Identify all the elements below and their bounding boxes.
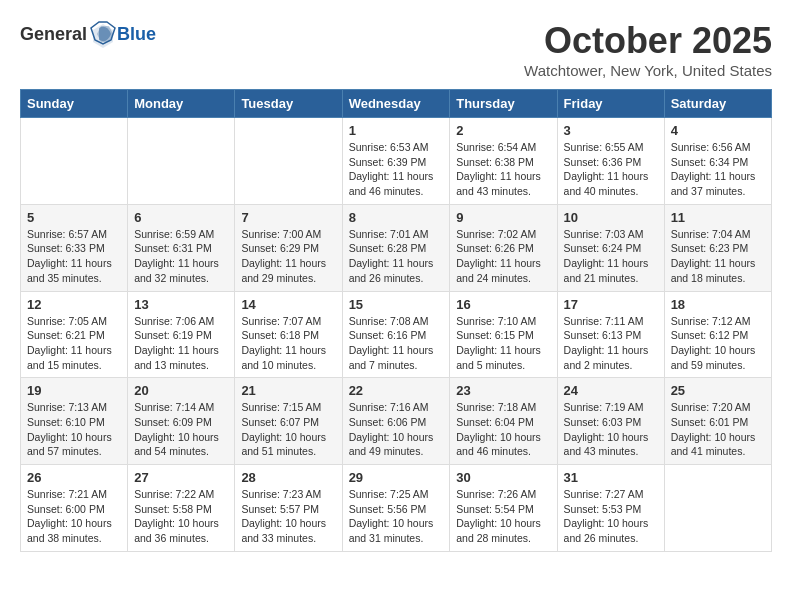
day-number: 13: [134, 297, 228, 312]
day-info: Sunrise: 7:21 AM Sunset: 6:00 PM Dayligh…: [27, 487, 121, 546]
day-number: 16: [456, 297, 550, 312]
calendar-cell: 4Sunrise: 6:56 AM Sunset: 6:34 PM Daylig…: [664, 118, 771, 205]
calendar-cell: 20Sunrise: 7:14 AM Sunset: 6:09 PM Dayli…: [128, 378, 235, 465]
day-number: 3: [564, 123, 658, 138]
calendar-cell: 13Sunrise: 7:06 AM Sunset: 6:19 PM Dayli…: [128, 291, 235, 378]
day-info: Sunrise: 7:06 AM Sunset: 6:19 PM Dayligh…: [134, 314, 228, 373]
day-info: Sunrise: 7:03 AM Sunset: 6:24 PM Dayligh…: [564, 227, 658, 286]
logo-general-text: General: [20, 24, 87, 45]
calendar-week-row: 19Sunrise: 7:13 AM Sunset: 6:10 PM Dayli…: [21, 378, 772, 465]
day-info: Sunrise: 7:22 AM Sunset: 5:58 PM Dayligh…: [134, 487, 228, 546]
calendar-cell: 31Sunrise: 7:27 AM Sunset: 5:53 PM Dayli…: [557, 465, 664, 552]
calendar-week-row: 12Sunrise: 7:05 AM Sunset: 6:21 PM Dayli…: [21, 291, 772, 378]
day-info: Sunrise: 7:26 AM Sunset: 5:54 PM Dayligh…: [456, 487, 550, 546]
calendar-cell: 5Sunrise: 6:57 AM Sunset: 6:33 PM Daylig…: [21, 204, 128, 291]
calendar-cell: 1Sunrise: 6:53 AM Sunset: 6:39 PM Daylig…: [342, 118, 450, 205]
day-info: Sunrise: 7:23 AM Sunset: 5:57 PM Dayligh…: [241, 487, 335, 546]
day-number: 20: [134, 383, 228, 398]
weekday-header-monday: Monday: [128, 90, 235, 118]
day-info: Sunrise: 6:54 AM Sunset: 6:38 PM Dayligh…: [456, 140, 550, 199]
day-info: Sunrise: 6:53 AM Sunset: 6:39 PM Dayligh…: [349, 140, 444, 199]
day-number: 7: [241, 210, 335, 225]
calendar-cell: 9Sunrise: 7:02 AM Sunset: 6:26 PM Daylig…: [450, 204, 557, 291]
calendar-cell: 6Sunrise: 6:59 AM Sunset: 6:31 PM Daylig…: [128, 204, 235, 291]
day-number: 17: [564, 297, 658, 312]
day-info: Sunrise: 7:04 AM Sunset: 6:23 PM Dayligh…: [671, 227, 765, 286]
calendar-cell: 28Sunrise: 7:23 AM Sunset: 5:57 PM Dayli…: [235, 465, 342, 552]
logo-blue-text: Blue: [117, 24, 156, 45]
day-info: Sunrise: 7:20 AM Sunset: 6:01 PM Dayligh…: [671, 400, 765, 459]
day-number: 30: [456, 470, 550, 485]
day-number: 18: [671, 297, 765, 312]
logo-icon: [89, 20, 117, 48]
weekday-header-friday: Friday: [557, 90, 664, 118]
calendar-cell: 17Sunrise: 7:11 AM Sunset: 6:13 PM Dayli…: [557, 291, 664, 378]
day-number: 28: [241, 470, 335, 485]
weekday-header-thursday: Thursday: [450, 90, 557, 118]
calendar-cell: 16Sunrise: 7:10 AM Sunset: 6:15 PM Dayli…: [450, 291, 557, 378]
day-number: 22: [349, 383, 444, 398]
day-info: Sunrise: 7:05 AM Sunset: 6:21 PM Dayligh…: [27, 314, 121, 373]
day-info: Sunrise: 7:11 AM Sunset: 6:13 PM Dayligh…: [564, 314, 658, 373]
day-info: Sunrise: 7:12 AM Sunset: 6:12 PM Dayligh…: [671, 314, 765, 373]
calendar-cell: 25Sunrise: 7:20 AM Sunset: 6:01 PM Dayli…: [664, 378, 771, 465]
calendar-cell: [235, 118, 342, 205]
day-info: Sunrise: 7:00 AM Sunset: 6:29 PM Dayligh…: [241, 227, 335, 286]
calendar-week-row: 5Sunrise: 6:57 AM Sunset: 6:33 PM Daylig…: [21, 204, 772, 291]
day-info: Sunrise: 7:25 AM Sunset: 5:56 PM Dayligh…: [349, 487, 444, 546]
day-number: 10: [564, 210, 658, 225]
day-info: Sunrise: 6:57 AM Sunset: 6:33 PM Dayligh…: [27, 227, 121, 286]
calendar-cell: 24Sunrise: 7:19 AM Sunset: 6:03 PM Dayli…: [557, 378, 664, 465]
calendar-cell: 15Sunrise: 7:08 AM Sunset: 6:16 PM Dayli…: [342, 291, 450, 378]
calendar-cell: 19Sunrise: 7:13 AM Sunset: 6:10 PM Dayli…: [21, 378, 128, 465]
day-info: Sunrise: 7:14 AM Sunset: 6:09 PM Dayligh…: [134, 400, 228, 459]
day-number: 6: [134, 210, 228, 225]
day-number: 2: [456, 123, 550, 138]
day-number: 23: [456, 383, 550, 398]
calendar-cell: 14Sunrise: 7:07 AM Sunset: 6:18 PM Dayli…: [235, 291, 342, 378]
day-number: 9: [456, 210, 550, 225]
weekday-header-sunday: Sunday: [21, 90, 128, 118]
day-info: Sunrise: 7:10 AM Sunset: 6:15 PM Dayligh…: [456, 314, 550, 373]
day-number: 27: [134, 470, 228, 485]
day-info: Sunrise: 7:13 AM Sunset: 6:10 PM Dayligh…: [27, 400, 121, 459]
weekday-header-wednesday: Wednesday: [342, 90, 450, 118]
day-info: Sunrise: 7:19 AM Sunset: 6:03 PM Dayligh…: [564, 400, 658, 459]
calendar-cell: 3Sunrise: 6:55 AM Sunset: 6:36 PM Daylig…: [557, 118, 664, 205]
day-number: 14: [241, 297, 335, 312]
calendar-cell: 23Sunrise: 7:18 AM Sunset: 6:04 PM Dayli…: [450, 378, 557, 465]
calendar-cell: 26Sunrise: 7:21 AM Sunset: 6:00 PM Dayli…: [21, 465, 128, 552]
calendar-week-row: 26Sunrise: 7:21 AM Sunset: 6:00 PM Dayli…: [21, 465, 772, 552]
day-info: Sunrise: 6:55 AM Sunset: 6:36 PM Dayligh…: [564, 140, 658, 199]
calendar-cell: 7Sunrise: 7:00 AM Sunset: 6:29 PM Daylig…: [235, 204, 342, 291]
day-info: Sunrise: 7:27 AM Sunset: 5:53 PM Dayligh…: [564, 487, 658, 546]
day-number: 25: [671, 383, 765, 398]
calendar-cell: 8Sunrise: 7:01 AM Sunset: 6:28 PM Daylig…: [342, 204, 450, 291]
calendar-cell: 18Sunrise: 7:12 AM Sunset: 6:12 PM Dayli…: [664, 291, 771, 378]
calendar-cell: [128, 118, 235, 205]
calendar-cell: 12Sunrise: 7:05 AM Sunset: 6:21 PM Dayli…: [21, 291, 128, 378]
calendar-cell: [21, 118, 128, 205]
calendar-table: SundayMondayTuesdayWednesdayThursdayFrid…: [20, 89, 772, 552]
weekday-header-row: SundayMondayTuesdayWednesdayThursdayFrid…: [21, 90, 772, 118]
day-info: Sunrise: 7:15 AM Sunset: 6:07 PM Dayligh…: [241, 400, 335, 459]
calendar-cell: 29Sunrise: 7:25 AM Sunset: 5:56 PM Dayli…: [342, 465, 450, 552]
day-number: 11: [671, 210, 765, 225]
day-number: 31: [564, 470, 658, 485]
weekday-header-tuesday: Tuesday: [235, 90, 342, 118]
day-info: Sunrise: 7:16 AM Sunset: 6:06 PM Dayligh…: [349, 400, 444, 459]
day-number: 21: [241, 383, 335, 398]
calendar-cell: [664, 465, 771, 552]
calendar-cell: 21Sunrise: 7:15 AM Sunset: 6:07 PM Dayli…: [235, 378, 342, 465]
day-number: 5: [27, 210, 121, 225]
day-number: 15: [349, 297, 444, 312]
logo: General Blue: [20, 20, 156, 48]
location-text: Watchtower, New York, United States: [524, 62, 772, 79]
day-info: Sunrise: 7:01 AM Sunset: 6:28 PM Dayligh…: [349, 227, 444, 286]
day-number: 26: [27, 470, 121, 485]
day-number: 8: [349, 210, 444, 225]
calendar-cell: 22Sunrise: 7:16 AM Sunset: 6:06 PM Dayli…: [342, 378, 450, 465]
weekday-header-saturday: Saturday: [664, 90, 771, 118]
day-info: Sunrise: 7:18 AM Sunset: 6:04 PM Dayligh…: [456, 400, 550, 459]
day-number: 1: [349, 123, 444, 138]
